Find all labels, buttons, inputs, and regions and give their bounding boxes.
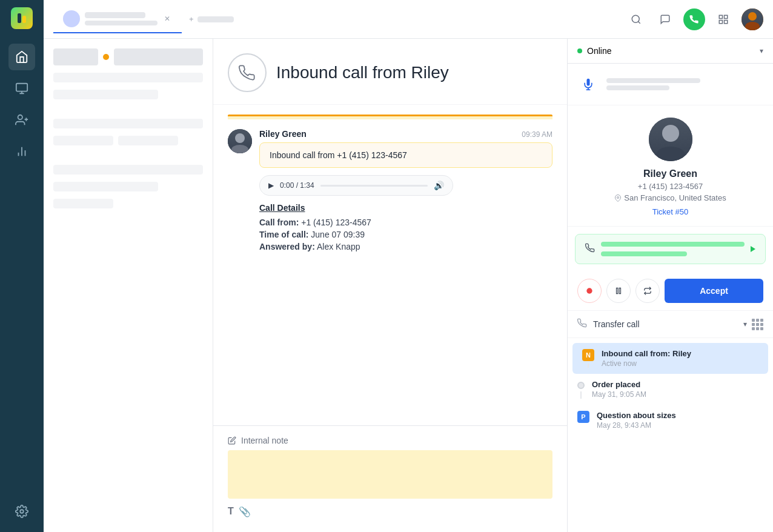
search-button[interactable] bbox=[625, 8, 647, 30]
message-area[interactable]: Riley Green 09:39 AM Inbound call from +… bbox=[213, 105, 567, 425]
note-textarea[interactable] bbox=[228, 450, 552, 499]
svg-point-16 bbox=[748, 12, 757, 21]
audio-play-button[interactable]: ▶ bbox=[268, 181, 274, 190]
filter-status-dot bbox=[103, 54, 109, 60]
call-active-bar bbox=[575, 234, 766, 264]
mic-waveform bbox=[606, 78, 763, 90]
svg-line-11 bbox=[638, 21, 640, 23]
tab-active[interactable]: ✕ bbox=[53, 5, 182, 33]
sidebar-item-home[interactable] bbox=[8, 44, 35, 70]
activity-content-2: Order placed May 31, 9:05 AM bbox=[592, 380, 763, 399]
filter-bar bbox=[53, 48, 203, 65]
plus-icon: + bbox=[189, 15, 194, 24]
transfer-quick-button[interactable] bbox=[635, 279, 660, 303]
activity-badge-n: N bbox=[582, 349, 594, 361]
transfer-actions: ▾ bbox=[743, 319, 763, 330]
contact-card: Riley Green +1 (415) 123-4567 San Franci… bbox=[568, 105, 773, 227]
microphone-icon bbox=[577, 73, 599, 95]
tab-avatar bbox=[63, 10, 80, 27]
filter-button-2[interactable] bbox=[114, 48, 203, 65]
new-tab-button[interactable]: + bbox=[182, 10, 241, 28]
call-answered-row: Answered by: Alex Knapp bbox=[259, 242, 552, 251]
sidebar-item-settings[interactable] bbox=[8, 498, 35, 525]
svg-point-18 bbox=[235, 133, 245, 143]
activity-subtitle-1: Active now bbox=[602, 359, 758, 368]
call-details: Call Details Call from: +1 (415) 123-456… bbox=[259, 203, 552, 251]
user-avatar[interactable] bbox=[741, 8, 763, 30]
activity-timeline: N Inbound call from: Riley Active now bbox=[568, 338, 773, 441]
note-header: Internal note bbox=[228, 436, 552, 445]
call-time-label: Time of call: bbox=[259, 230, 308, 239]
status-chevron-icon[interactable]: ▾ bbox=[760, 47, 763, 55]
ticket-view: Inbound call from Riley bbox=[213, 39, 567, 532]
mic-bar-2 bbox=[606, 85, 669, 90]
contact-name: Riley Green bbox=[643, 168, 697, 179]
note-toolbar: T 📎 bbox=[228, 501, 552, 522]
sender-avatar bbox=[228, 129, 252, 153]
action-buttons: Accept bbox=[568, 271, 773, 311]
svg-point-9 bbox=[20, 510, 24, 513]
sidebar bbox=[0, 0, 44, 532]
call-active-indicator bbox=[751, 246, 755, 252]
filter-button-1[interactable] bbox=[53, 48, 98, 65]
contact-avatar bbox=[649, 118, 692, 161]
tab-close-button[interactable]: ✕ bbox=[162, 14, 172, 24]
app-logo[interactable] bbox=[11, 7, 33, 29]
status-dot bbox=[577, 48, 582, 53]
activity-item-order-placed[interactable]: Order placed May 31, 9:05 AM bbox=[568, 374, 773, 405]
list-placeholder-4 bbox=[53, 136, 113, 145]
contact-ticket-link[interactable]: Ticket #50 bbox=[652, 207, 689, 216]
messages-button[interactable] bbox=[654, 8, 676, 30]
svg-point-17 bbox=[745, 22, 760, 30]
call-icon-circle bbox=[228, 53, 267, 92]
tab-info bbox=[85, 12, 158, 25]
sender-name: Riley Green bbox=[259, 129, 307, 139]
mic-area bbox=[568, 64, 773, 105]
audio-volume-button[interactable]: 🔊 bbox=[434, 181, 444, 190]
highlight-bar bbox=[228, 115, 552, 119]
svg-rect-13 bbox=[725, 15, 728, 18]
text-format-button[interactable]: T bbox=[228, 506, 234, 517]
call-answered-value: Alex Knapp bbox=[317, 242, 360, 251]
call-title: Inbound call from Riley bbox=[276, 63, 449, 82]
pause-button[interactable] bbox=[606, 279, 631, 303]
list-placeholder-6 bbox=[53, 165, 203, 175]
sidebar-item-inbox[interactable] bbox=[8, 75, 35, 102]
svg-rect-27 bbox=[619, 288, 620, 293]
transfer-chevron-icon[interactable]: ▾ bbox=[743, 320, 747, 328]
message-bubble: Inbound call from +1 (415) 123-4567 bbox=[259, 142, 552, 168]
grid-button[interactable] bbox=[712, 8, 734, 30]
contact-location-text: San Francisco, United States bbox=[624, 193, 726, 202]
transfer-call-label: Transfer call bbox=[593, 319, 737, 329]
audio-player: ▶ 0:00 / 1:34 🔊 bbox=[259, 175, 453, 196]
status-bar[interactable]: Online ▾ bbox=[568, 39, 773, 64]
sidebar-item-analytics[interactable] bbox=[8, 138, 35, 165]
audio-progress-bar[interactable] bbox=[320, 185, 428, 187]
topbar-actions bbox=[625, 8, 763, 30]
svg-point-19 bbox=[231, 145, 248, 153]
attachment-button[interactable]: 📎 bbox=[239, 506, 251, 517]
right-panel: Online ▾ bbox=[567, 39, 773, 532]
tab-subtitle bbox=[85, 21, 158, 25]
dialpad-icon[interactable] bbox=[752, 319, 763, 330]
svg-point-24 bbox=[617, 196, 619, 198]
call-from-value: +1 (415) 123-4567 bbox=[301, 218, 371, 227]
sidebar-item-contacts[interactable] bbox=[8, 107, 35, 133]
tab-title bbox=[85, 12, 145, 18]
activity-item-question-sizes[interactable]: P Question about sizes May 28, 9:43 AM bbox=[568, 405, 773, 436]
transfer-call-row[interactable]: Transfer call ▾ bbox=[568, 311, 773, 338]
audio-time: 0:00 / 1:34 bbox=[280, 181, 314, 190]
record-button[interactable] bbox=[577, 279, 602, 303]
svg-rect-1 bbox=[22, 16, 26, 23]
activity-title-2: Order placed bbox=[592, 380, 763, 389]
phone-button[interactable] bbox=[683, 8, 705, 30]
svg-point-3 bbox=[18, 115, 22, 119]
call-bar-text bbox=[601, 242, 745, 256]
activity-item-inbound-call[interactable]: N Inbound call from: Riley Active now bbox=[572, 343, 768, 374]
call-header: Inbound call from Riley bbox=[213, 39, 567, 105]
svg-point-25 bbox=[586, 288, 592, 293]
status-indicator: Online bbox=[577, 46, 611, 56]
call-from-row: Call from: +1 (415) 123-4567 bbox=[259, 218, 552, 227]
transfer-call-icon bbox=[577, 318, 587, 330]
accept-button[interactable]: Accept bbox=[665, 279, 763, 303]
